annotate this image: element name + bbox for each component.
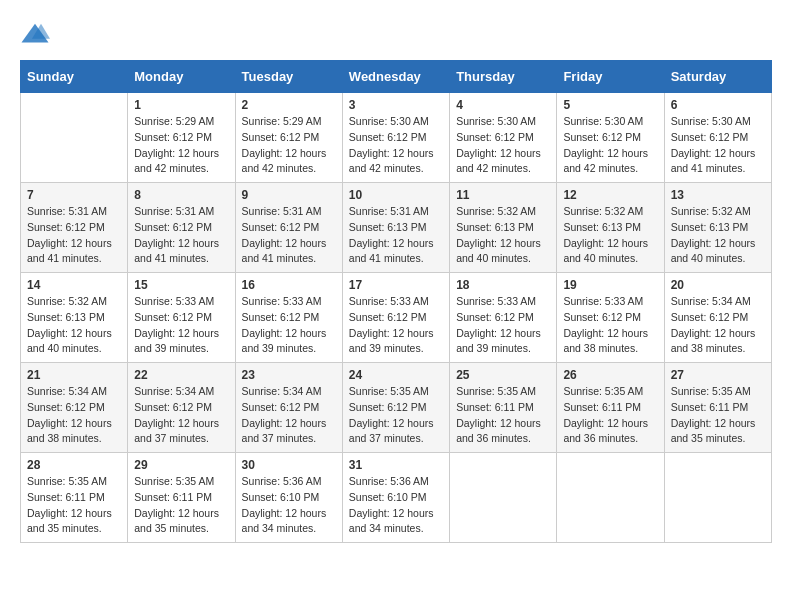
calendar-cell: 24Sunrise: 5:35 AMSunset: 6:12 PMDayligh… bbox=[342, 363, 449, 453]
sunset: Sunset: 6:11 PM bbox=[134, 491, 212, 503]
calendar-cell: 3Sunrise: 5:30 AMSunset: 6:12 PMDaylight… bbox=[342, 93, 449, 183]
page-header bbox=[20, 20, 772, 50]
daylight: Daylight: 12 hours and 37 minutes. bbox=[349, 417, 434, 445]
daylight: Daylight: 12 hours and 38 minutes. bbox=[27, 417, 112, 445]
sunset: Sunset: 6:12 PM bbox=[671, 311, 749, 323]
calendar-cell: 29Sunrise: 5:35 AMSunset: 6:11 PMDayligh… bbox=[128, 453, 235, 543]
day-number: 18 bbox=[456, 278, 550, 292]
day-info: Sunrise: 5:32 AMSunset: 6:13 PMDaylight:… bbox=[27, 294, 121, 357]
sunrise: Sunrise: 5:29 AM bbox=[134, 115, 214, 127]
calendar-cell: 17Sunrise: 5:33 AMSunset: 6:12 PMDayligh… bbox=[342, 273, 449, 363]
calendar-cell: 31Sunrise: 5:36 AMSunset: 6:10 PMDayligh… bbox=[342, 453, 449, 543]
sunrise: Sunrise: 5:35 AM bbox=[563, 385, 643, 397]
sunset: Sunset: 6:13 PM bbox=[27, 311, 105, 323]
calendar-cell: 27Sunrise: 5:35 AMSunset: 6:11 PMDayligh… bbox=[664, 363, 771, 453]
day-number: 20 bbox=[671, 278, 765, 292]
day-number: 8 bbox=[134, 188, 228, 202]
daylight: Daylight: 12 hours and 40 minutes. bbox=[563, 237, 648, 265]
calendar-cell: 21Sunrise: 5:34 AMSunset: 6:12 PMDayligh… bbox=[21, 363, 128, 453]
daylight: Daylight: 12 hours and 34 minutes. bbox=[349, 507, 434, 535]
calendar-week-1: 1Sunrise: 5:29 AMSunset: 6:12 PMDaylight… bbox=[21, 93, 772, 183]
day-info: Sunrise: 5:34 AMSunset: 6:12 PMDaylight:… bbox=[27, 384, 121, 447]
sunrise: Sunrise: 5:30 AM bbox=[456, 115, 536, 127]
day-info: Sunrise: 5:35 AMSunset: 6:11 PMDaylight:… bbox=[456, 384, 550, 447]
day-info: Sunrise: 5:35 AMSunset: 6:11 PMDaylight:… bbox=[27, 474, 121, 537]
sunset: Sunset: 6:12 PM bbox=[242, 311, 320, 323]
calendar-table: SundayMondayTuesdayWednesdayThursdayFrid… bbox=[20, 60, 772, 543]
day-number: 4 bbox=[456, 98, 550, 112]
column-header-friday: Friday bbox=[557, 61, 664, 93]
day-number: 30 bbox=[242, 458, 336, 472]
sunset: Sunset: 6:10 PM bbox=[242, 491, 320, 503]
calendar-cell: 11Sunrise: 5:32 AMSunset: 6:13 PMDayligh… bbox=[450, 183, 557, 273]
day-number: 17 bbox=[349, 278, 443, 292]
sunrise: Sunrise: 5:33 AM bbox=[349, 295, 429, 307]
sunset: Sunset: 6:12 PM bbox=[671, 131, 749, 143]
calendar-cell: 25Sunrise: 5:35 AMSunset: 6:11 PMDayligh… bbox=[450, 363, 557, 453]
daylight: Daylight: 12 hours and 39 minutes. bbox=[349, 327, 434, 355]
sunrise: Sunrise: 5:34 AM bbox=[242, 385, 322, 397]
calendar-week-3: 14Sunrise: 5:32 AMSunset: 6:13 PMDayligh… bbox=[21, 273, 772, 363]
day-number: 2 bbox=[242, 98, 336, 112]
column-header-saturday: Saturday bbox=[664, 61, 771, 93]
sunset: Sunset: 6:11 PM bbox=[27, 491, 105, 503]
sunrise: Sunrise: 5:35 AM bbox=[456, 385, 536, 397]
day-info: Sunrise: 5:31 AMSunset: 6:12 PMDaylight:… bbox=[242, 204, 336, 267]
daylight: Daylight: 12 hours and 39 minutes. bbox=[242, 327, 327, 355]
sunset: Sunset: 6:12 PM bbox=[134, 401, 212, 413]
calendar-week-4: 21Sunrise: 5:34 AMSunset: 6:12 PMDayligh… bbox=[21, 363, 772, 453]
daylight: Daylight: 12 hours and 35 minutes. bbox=[671, 417, 756, 445]
sunrise: Sunrise: 5:35 AM bbox=[349, 385, 429, 397]
column-header-tuesday: Tuesday bbox=[235, 61, 342, 93]
daylight: Daylight: 12 hours and 41 minutes. bbox=[671, 147, 756, 175]
sunrise: Sunrise: 5:32 AM bbox=[671, 205, 751, 217]
day-info: Sunrise: 5:36 AMSunset: 6:10 PMDaylight:… bbox=[349, 474, 443, 537]
sunrise: Sunrise: 5:34 AM bbox=[671, 295, 751, 307]
sunset: Sunset: 6:12 PM bbox=[27, 401, 105, 413]
sunset: Sunset: 6:12 PM bbox=[349, 311, 427, 323]
sunset: Sunset: 6:12 PM bbox=[242, 131, 320, 143]
day-number: 15 bbox=[134, 278, 228, 292]
calendar-cell: 19Sunrise: 5:33 AMSunset: 6:12 PMDayligh… bbox=[557, 273, 664, 363]
daylight: Daylight: 12 hours and 39 minutes. bbox=[134, 327, 219, 355]
calendar-cell: 28Sunrise: 5:35 AMSunset: 6:11 PMDayligh… bbox=[21, 453, 128, 543]
day-info: Sunrise: 5:35 AMSunset: 6:11 PMDaylight:… bbox=[671, 384, 765, 447]
sunrise: Sunrise: 5:33 AM bbox=[456, 295, 536, 307]
daylight: Daylight: 12 hours and 41 minutes. bbox=[242, 237, 327, 265]
day-info: Sunrise: 5:33 AMSunset: 6:12 PMDaylight:… bbox=[456, 294, 550, 357]
sunrise: Sunrise: 5:35 AM bbox=[671, 385, 751, 397]
calendar-cell: 5Sunrise: 5:30 AMSunset: 6:12 PMDaylight… bbox=[557, 93, 664, 183]
sunset: Sunset: 6:11 PM bbox=[456, 401, 534, 413]
sunset: Sunset: 6:10 PM bbox=[349, 491, 427, 503]
daylight: Daylight: 12 hours and 37 minutes. bbox=[134, 417, 219, 445]
day-number: 3 bbox=[349, 98, 443, 112]
day-info: Sunrise: 5:33 AMSunset: 6:12 PMDaylight:… bbox=[134, 294, 228, 357]
day-number: 23 bbox=[242, 368, 336, 382]
day-info: Sunrise: 5:29 AMSunset: 6:12 PMDaylight:… bbox=[242, 114, 336, 177]
calendar-cell: 14Sunrise: 5:32 AMSunset: 6:13 PMDayligh… bbox=[21, 273, 128, 363]
day-info: Sunrise: 5:31 AMSunset: 6:13 PMDaylight:… bbox=[349, 204, 443, 267]
day-info: Sunrise: 5:30 AMSunset: 6:12 PMDaylight:… bbox=[456, 114, 550, 177]
day-number: 12 bbox=[563, 188, 657, 202]
day-info: Sunrise: 5:32 AMSunset: 6:13 PMDaylight:… bbox=[563, 204, 657, 267]
calendar-cell: 2Sunrise: 5:29 AMSunset: 6:12 PMDaylight… bbox=[235, 93, 342, 183]
sunset: Sunset: 6:12 PM bbox=[563, 131, 641, 143]
calendar-cell: 1Sunrise: 5:29 AMSunset: 6:12 PMDaylight… bbox=[128, 93, 235, 183]
sunrise: Sunrise: 5:31 AM bbox=[27, 205, 107, 217]
sunset: Sunset: 6:13 PM bbox=[456, 221, 534, 233]
logo-icon bbox=[20, 20, 50, 50]
calendar-cell: 26Sunrise: 5:35 AMSunset: 6:11 PMDayligh… bbox=[557, 363, 664, 453]
day-number: 13 bbox=[671, 188, 765, 202]
daylight: Daylight: 12 hours and 42 minutes. bbox=[242, 147, 327, 175]
day-number: 27 bbox=[671, 368, 765, 382]
day-info: Sunrise: 5:35 AMSunset: 6:11 PMDaylight:… bbox=[134, 474, 228, 537]
day-number: 1 bbox=[134, 98, 228, 112]
sunset: Sunset: 6:13 PM bbox=[671, 221, 749, 233]
calendar-cell: 12Sunrise: 5:32 AMSunset: 6:13 PMDayligh… bbox=[557, 183, 664, 273]
day-number: 9 bbox=[242, 188, 336, 202]
sunrise: Sunrise: 5:31 AM bbox=[349, 205, 429, 217]
daylight: Daylight: 12 hours and 41 minutes. bbox=[349, 237, 434, 265]
sunset: Sunset: 6:12 PM bbox=[456, 311, 534, 323]
day-info: Sunrise: 5:32 AMSunset: 6:13 PMDaylight:… bbox=[671, 204, 765, 267]
calendar-cell bbox=[664, 453, 771, 543]
